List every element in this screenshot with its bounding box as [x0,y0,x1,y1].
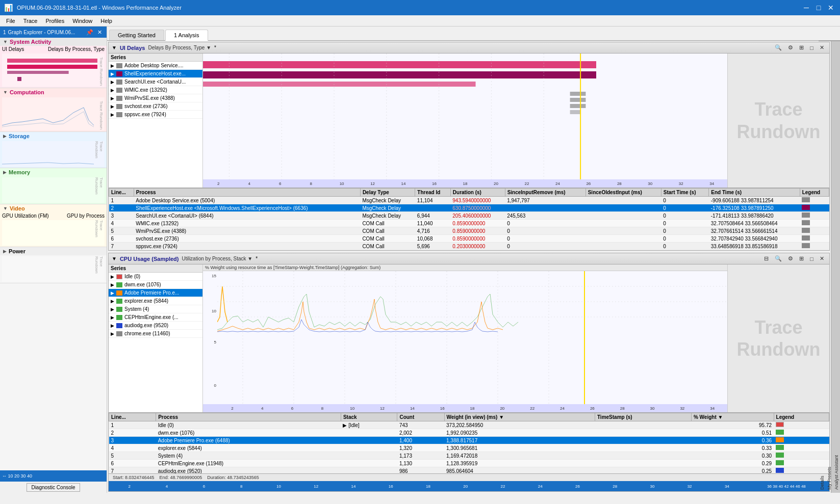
computation-title: Computation [10,89,44,95]
table-row[interactable]: 4 WMIC.exe (13292) COM Call 11,040 0.859… [109,220,829,227]
minimize-button[interactable]: ─ [801,3,811,13]
table-row[interactable]: 2 ShellExperienceHost.exe <Microsoft.Win… [109,204,829,212]
cpu-series-chrome[interactable]: ▶ chrome.exe (11460) [109,330,202,338]
diagnostic-console-button[interactable]: Diagnostic Console [27,483,80,492]
series-arrow-wmi: ▶ [111,96,114,101]
ui-delays-content: Series ▶ Adobe Desktop Service.... ▶ She… [109,54,829,188]
cpu-cell-stack [341,444,397,452]
y-10: 10 [212,309,216,313]
table-row[interactable]: 3 SearchUI.exe <CortanaUI> (6844) MsgChe… [109,212,829,220]
cell-process: Adobe Desktop Service.exe (5004) [134,197,360,204]
trace-rundown-text-1: Trace Rundown [728,98,829,142]
table-row[interactable]: 7 audiodg.exe (9520) 986 985.064604 0.25 [109,467,829,474]
bt-18: 18 [410,484,447,489]
computation-arrow: ▼ [3,90,8,95]
cpu-maximize-btn[interactable]: □ [808,256,816,262]
ui-delays-search-btn[interactable]: 🔍 [773,44,784,51]
ge-close-btn[interactable]: ✕ [96,29,104,36]
storage-header[interactable]: ▶ Storage [0,132,107,140]
cpu-series-premiere[interactable]: ▶ Adobe Premiere Pro.e... [109,289,202,297]
series-item-adobe[interactable]: ▶ Adobe Desktop Service.... [109,62,202,70]
power-header[interactable]: ▶ Power [0,247,107,255]
cpu-controls[interactable]: ⊟ 🔍 ⚙ ⊞ □ ✕ [762,255,826,262]
cell-delay-type: COM Call [360,243,415,250]
ui-delays-table-body: 1 Adobe Desktop Service.exe (5004) MsgCh… [109,197,829,250]
cpu-series-dwm[interactable]: ▶ dwm.exe (1076) [109,281,202,289]
table-row[interactable]: 4 explorer.exe (5844) 1,320 1,300.965681… [109,444,829,452]
cpu-chart-toggle-btn[interactable]: ⊟ [762,255,771,262]
tab-getting-started[interactable]: Getting Started [109,30,164,40]
cpu-search-btn[interactable]: 🔍 [773,255,784,262]
x-label-2: 2 [203,181,234,186]
x-label-18: 18 [450,181,480,186]
series-item-svchost[interactable]: ▶ svchost.exe (2736) [109,102,202,111]
system-activity-header[interactable]: ▼ System Activity [0,38,107,46]
sidebar-details[interactable]: Details [819,41,826,493]
series-arrow-search: ▶ [111,79,114,85]
cpu-name-dwm: dwm.exe (1076) [124,282,161,287]
col-duration: Duration (s) [450,189,505,197]
series-item-wmi[interactable]: ▶ WmiPrvSE.exe (4388) [109,94,202,102]
ge-controls[interactable]: 📌 ✕ [85,29,104,36]
cpu-series-audio[interactable]: ▶ audiodg.exe (9520) [109,322,202,330]
cpu-cell-process: CEPHtmlEngine.exe (11948) [156,460,341,467]
tab-analysis[interactable]: 1 Analysis [165,30,208,41]
cell-since-oldest [586,243,661,250]
x-label-16: 16 [419,181,449,186]
menu-help[interactable]: Help [96,17,116,25]
graph-explorer-header: 1 Graph Explorer - OPIUM.06... 📌 ✕ [0,26,107,38]
table-row[interactable]: 2 dwm.exe (1076) 2,002 1,992.090235 0.51 [109,429,829,437]
sidebar-my-presets[interactable]: My Presets [826,41,833,493]
ui-delays-settings-btn[interactable]: ⚙ [786,44,795,51]
series-item-sppsvc[interactable]: ▶ sppsvc.exe (7924) [109,111,202,119]
menu-file[interactable]: File [2,17,19,25]
series-item-search[interactable]: ▶ SearchUI.exe <CortanaU... [109,78,202,86]
computation-header[interactable]: ▼ Computation [0,88,107,96]
series-color-wmic [116,88,122,93]
series-name-sppsvc: sppsvc.exe (7924) [124,112,166,117]
video-header[interactable]: ▼ Video [0,204,107,213]
table-row[interactable]: 5 WmiPrvSE.exe (4388) COM Call 4,716 0.8… [109,227,829,235]
ui-delays-tile-btn[interactable]: ⊞ [797,44,806,51]
cell-since-oldest [586,227,661,235]
sidebar-analyst-assistant[interactable]: Analyst Assistant [833,41,840,493]
cpu-series-explorer[interactable]: ▶ explorer.exe (5844) [109,297,202,305]
cpu-color-premiere [116,290,122,296]
table-row[interactable]: 1 Idle (0) ▶ [Idle] 743 373,202.584950 9… [109,421,829,429]
cell-end: -171.418113 33.987886420 [709,212,800,220]
table-row[interactable]: 3 Adobe Premiere Pro.exe (6488) 1,400 1,… [109,437,829,444]
cpu-settings-btn[interactable]: ⚙ [786,255,795,262]
series-item-wmic[interactable]: ▶ WMIC.exe (13292) [109,86,202,94]
ui-delays-maximize-btn[interactable]: □ [808,45,816,51]
cpu-col-process: Process [156,413,341,421]
cpu-series-idle[interactable]: ▶ Idle (0) [109,273,202,281]
menu-window[interactable]: Window [68,17,96,25]
menu-profiles[interactable]: Profiles [41,17,68,25]
table-row[interactable]: 6 CEPHtmlEngine.exe (11948) 1,130 1,128.… [109,460,829,467]
cpu-x-26: 26 [577,406,607,411]
menu-trace[interactable]: Trace [19,17,42,25]
table-row[interactable]: 1 Adobe Desktop Service.exe (5004) MsgCh… [109,197,829,204]
cpu-chart-title-text: % Weight using resource time as [TimeSta… [205,265,380,270]
title-bar-controls[interactable]: ─ □ ✕ [801,3,836,13]
cpu-name-premiere: Adobe Premiere Pro.e... [124,290,179,296]
cpu-cell-stack [341,452,397,460]
memory-section: ▶ Memory Trace Rundown [0,168,107,204]
cpu-series-system[interactable]: ▶ System (4) [109,305,202,313]
cpu-tile-btn[interactable]: ⊞ [797,255,806,262]
cpu-name-idle: Idle (0) [124,274,140,279]
table-row[interactable]: 7 sppsvc.exe (7924) COM Call 5,696 0.203… [109,243,829,250]
close-button[interactable]: ✕ [826,3,836,13]
cpu-series-list: Series ▶ Idle (0) ▶ dwm.exe (1076) [109,264,203,412]
series-item-shell[interactable]: ▶ ShellExperienceHost.exe... [109,70,202,78]
trace-rundown-label-4: Trace Rundown [94,177,104,202]
cpu-series-cep[interactable]: ▶ CEPHtmlEngine.exe (... [109,313,202,322]
table-row[interactable]: 5 System (4) 1,173 1,169.472018 0.30 [109,452,829,460]
start-info: Start: 8.0324746445 [113,475,155,480]
cell-delay-type: COM Call [360,227,415,235]
table-row[interactable]: 6 svchost.exe (2736) COM Call 10,068 0.8… [109,235,829,243]
ge-pin-btn[interactable]: 📌 [85,29,95,36]
storage-title: Storage [9,133,30,139]
maximize-button[interactable]: □ [813,3,824,13]
memory-header[interactable]: ▶ Memory [0,168,107,176]
